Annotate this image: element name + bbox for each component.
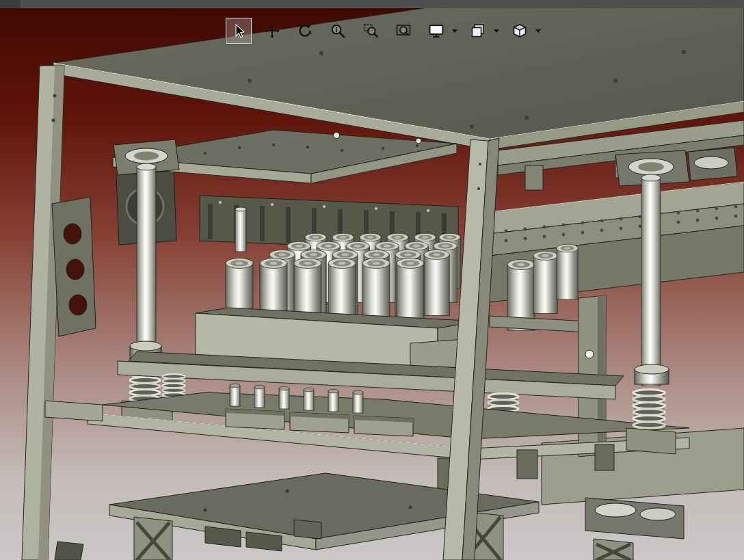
display-mode-dropdown-caret[interactable] bbox=[494, 29, 499, 33]
spring[interactable] bbox=[633, 390, 665, 429]
select-tool-button[interactable] bbox=[226, 18, 252, 44]
view-orientation-group bbox=[424, 18, 457, 43]
view-3d-button[interactable] bbox=[507, 18, 532, 43]
small-guide-rod[interactable] bbox=[235, 207, 246, 252]
view-orientation-dropdown-caret[interactable] bbox=[452, 29, 457, 33]
pan-arrows-icon bbox=[264, 23, 280, 39]
window-top-strip-corner bbox=[0, 0, 21, 8]
rotate-orbit-icon bbox=[297, 23, 313, 39]
left-bracket-plate[interactable] bbox=[52, 197, 96, 336]
window-top-strip bbox=[0, 0, 744, 8]
pan-tool-button[interactable] bbox=[260, 18, 284, 43]
model-viewport[interactable] bbox=[0, 0, 744, 560]
shaded-pages-icon bbox=[470, 23, 486, 39]
zoom-tool-button[interactable] bbox=[326, 18, 350, 43]
magnifier-zoom-icon bbox=[330, 23, 346, 39]
view-3d-dropdown-caret[interactable] bbox=[535, 29, 541, 33]
view-3d-group bbox=[507, 18, 541, 43]
magnifier-zoom-area-icon bbox=[362, 23, 379, 39]
zoom-fit-tool-button[interactable] bbox=[391, 18, 416, 43]
cad-viewer-window bbox=[0, 0, 744, 560]
view-orientation-button[interactable] bbox=[424, 18, 449, 43]
monitor-icon bbox=[428, 23, 444, 39]
display-mode-button[interactable] bbox=[466, 18, 490, 43]
viewer-toolbar bbox=[226, 16, 541, 45]
cursor-arrow-icon bbox=[230, 23, 247, 39]
rotate-tool-button[interactable] bbox=[293, 18, 317, 43]
cube-3d-icon bbox=[512, 23, 528, 39]
display-mode-group bbox=[466, 18, 499, 43]
zoom-area-tool-button[interactable] bbox=[358, 18, 383, 43]
magnifier-zoom-fit-icon bbox=[395, 23, 412, 39]
